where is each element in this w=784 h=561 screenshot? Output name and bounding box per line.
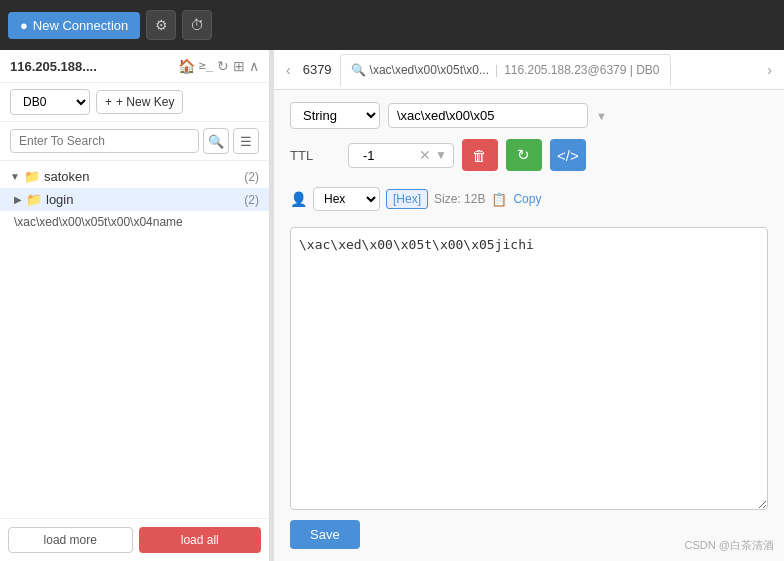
clock-icon: ⏱: [190, 17, 204, 33]
folder-icon: 📁: [26, 192, 42, 207]
folder-icon: 📁: [24, 169, 40, 184]
search-input[interactable]: [10, 129, 199, 153]
load-all-button[interactable]: load all: [139, 527, 262, 553]
key-label: \xac\xed\x00\x05t\x00\x04name: [14, 215, 183, 229]
toolbar: ● New Connection ⚙ ⏱: [0, 0, 784, 50]
save-button[interactable]: Save: [290, 520, 360, 549]
delete-button[interactable]: 🗑: [462, 139, 498, 171]
db-row: DB0 DB1 DB2 DB3 + + New Key: [0, 83, 269, 122]
plus-icon: +: [105, 95, 112, 109]
ttl-input[interactable]: [355, 144, 415, 167]
sidebar-tree: ▼ 📁 satoken (2) ▶ 📁 login (2) \xac\xed\x…: [0, 161, 269, 518]
sidebar-header: 116.205.188.... 🏠 ≥_ ↻ ⊞ ∧: [0, 50, 269, 83]
tree-item-label: login: [46, 192, 73, 207]
filter-icon: ☰: [240, 134, 252, 149]
tree-item-satoken[interactable]: ▼ 📁 satoken (2): [0, 165, 269, 188]
tab-item-key[interactable]: 🔍 \xac\xed\x00\x05t\x0... | 116.205.188.…: [340, 54, 671, 86]
editor-toolbar: 👤 Hex Text JSON [Hex] Size: 12B 📋 Copy: [290, 181, 768, 217]
copy-button[interactable]: Copy: [513, 192, 541, 206]
clock-button[interactable]: ⏱: [182, 10, 212, 40]
sidebar: 116.205.188.... 🏠 ≥_ ↻ ⊞ ∧ DB0 DB1 DB2 D…: [0, 50, 270, 561]
editor-textarea[interactable]: \xac\xed\x00\x05t\x00\x05jichi: [290, 227, 768, 510]
tree-item-key[interactable]: \xac\xed\x00\x05t\x00\x04name: [0, 211, 269, 233]
terminal-icon[interactable]: ≥_: [199, 58, 213, 74]
server-name: 116.205.188....: [10, 59, 97, 74]
main-layout: 116.205.188.... 🏠 ≥_ ↻ ⊞ ∧ DB0 DB1 DB2 D…: [0, 50, 784, 561]
tab-port: 6379: [299, 62, 336, 77]
type-select[interactable]: String Hash List Set ZSet: [290, 102, 380, 129]
person-icon: 👤: [290, 191, 307, 207]
tree-item-label: satoken: [44, 169, 90, 184]
search-bar: 🔍 ☰: [0, 122, 269, 161]
new-key-button[interactable]: + + New Key: [96, 90, 183, 114]
search-button[interactable]: 🔍: [203, 128, 229, 154]
tab-server: 116.205.188.23@6379 | DB0: [504, 63, 659, 77]
settings-button[interactable]: ⚙: [146, 10, 176, 40]
search-icon: 🔍: [351, 63, 366, 77]
plus-icon: ●: [20, 18, 28, 33]
sidebar-footer: load more load all: [0, 518, 269, 561]
string-value-input[interactable]: [388, 103, 588, 128]
db-select[interactable]: DB0 DB1 DB2 DB3: [10, 89, 90, 115]
new-connection-label: New Connection: [33, 18, 128, 33]
tree-item-login[interactable]: ▶ 📁 login (2): [0, 188, 269, 211]
copy-icon: 📋: [491, 192, 507, 207]
tab-key-path: \xac\xed\x00\x05t\x0...: [370, 63, 489, 77]
chevron-up-icon[interactable]: ∧: [249, 58, 259, 74]
tab-forward-button[interactable]: ›: [763, 60, 776, 80]
string-row: String Hash List Set ZSet ▼: [290, 102, 768, 129]
sidebar-icons: 🏠 ≥_ ↻ ⊞ ∧: [178, 58, 259, 74]
size-info: Size: 12B: [434, 192, 485, 206]
chevron-right-icon: ▶: [14, 194, 22, 205]
format-select[interactable]: Hex Text JSON: [313, 187, 380, 211]
ttl-clear-icon[interactable]: ✕: [419, 147, 431, 163]
grid-icon[interactable]: ⊞: [233, 58, 245, 74]
ttl-chevron-icon[interactable]: ▼: [435, 148, 447, 162]
refresh-icon[interactable]: ↻: [217, 58, 229, 74]
code-icon: </>: [557, 147, 579, 164]
tree-item-count: (2): [244, 170, 259, 184]
trash-icon: 🗑: [472, 147, 487, 164]
search-icon: 🔍: [208, 134, 224, 149]
tree-item-count: (2): [244, 193, 259, 207]
right-panel: ‹ 6379 🔍 \xac\xed\x00\x05t\x0... | 116.2…: [274, 50, 784, 561]
new-key-label: + New Key: [116, 95, 174, 109]
content-area: String Hash List Set ZSet ▼ TTL ✕ ▼: [274, 90, 784, 561]
code-button[interactable]: </>: [550, 139, 586, 171]
filter-button[interactable]: ☰: [233, 128, 259, 154]
chevron-down-icon: ▼: [10, 171, 20, 182]
load-more-button[interactable]: load more: [8, 527, 133, 553]
settings-icon: ⚙: [155, 17, 168, 33]
home-icon[interactable]: 🏠: [178, 58, 195, 74]
chevron-down-icon: ▼: [596, 110, 607, 122]
ttl-label: TTL: [290, 148, 340, 163]
refresh-icon: ↻: [517, 146, 530, 164]
tab-back-button[interactable]: ‹: [282, 60, 295, 80]
tab-bar: ‹ 6379 🔍 \xac\xed\x00\x05t\x0... | 116.2…: [274, 50, 784, 90]
watermark: CSDN @白茶清酒: [685, 538, 774, 553]
refresh-button[interactable]: ↻: [506, 139, 542, 171]
ttl-row: TTL ✕ ▼ 🗑 ↻ </>: [290, 139, 768, 171]
new-connection-button[interactable]: ● New Connection: [8, 12, 140, 39]
hex-badge[interactable]: [Hex]: [386, 189, 428, 209]
